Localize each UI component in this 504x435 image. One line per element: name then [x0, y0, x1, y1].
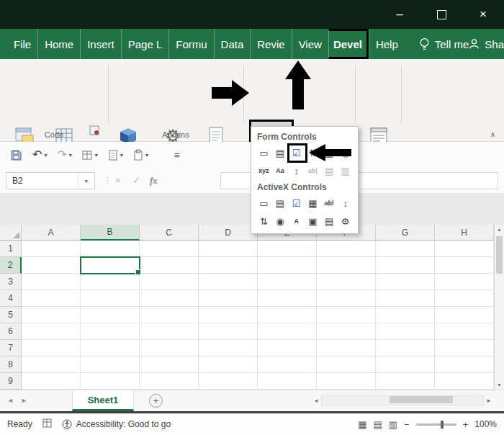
record-macro-status-icon[interactable] — [42, 418, 52, 430]
cell-B4[interactable] — [81, 290, 140, 307]
tab-data[interactable]: Data — [214, 29, 251, 59]
cell-A4[interactable] — [22, 290, 81, 307]
cell-H8[interactable] — [435, 356, 494, 373]
sheet-tab-sheet1[interactable]: Sheet1 — [72, 390, 134, 411]
cell-B9[interactable] — [81, 373, 140, 390]
tab-page-layout[interactable]: Page L — [121, 29, 169, 59]
share-button[interactable]: Share — [469, 38, 504, 50]
insert-function-button[interactable]: fx — [150, 175, 158, 187]
redo-button[interactable]: ↷▾ — [54, 149, 74, 161]
cell-G5[interactable] — [376, 307, 435, 323]
zoom-level[interactable]: 100% — [474, 419, 497, 429]
list-box-activex-icon[interactable]: ▦ — [305, 195, 321, 212]
col-header-H[interactable]: H — [435, 225, 494, 241]
col-header-D[interactable]: D — [199, 225, 258, 241]
command-button-activex-icon[interactable]: ▭ — [256, 195, 272, 212]
toggle-button-activex-icon[interactable]: ▤ — [321, 213, 338, 230]
cell-E8[interactable] — [258, 356, 317, 373]
list-box-form-control-icon[interactable]: ▦ — [321, 145, 338, 161]
spin-button-form-control-icon[interactable]: ⇅ — [305, 145, 321, 161]
scroll-up-icon[interactable]: ▲ — [495, 227, 504, 232]
table-tool-button[interactable]: ▾ — [79, 150, 101, 161]
cell-E4[interactable] — [258, 290, 317, 307]
cell-C2[interactable] — [140, 257, 199, 274]
cell-A2[interactable] — [22, 257, 81, 274]
cell-D8[interactable] — [199, 356, 258, 373]
row-header-5[interactable]: 5 — [0, 307, 22, 323]
cell-C5[interactable] — [140, 307, 199, 323]
cell-G3[interactable] — [376, 274, 435, 290]
previous-sheet-icon[interactable]: ◄ — [7, 397, 14, 404]
text-box-activex-icon[interactable]: abl — [321, 195, 338, 212]
row-header-1[interactable]: 1 — [0, 241, 22, 257]
chevron-down-icon[interactable]: ▾ — [78, 173, 94, 189]
maximize-button[interactable] — [420, 0, 462, 29]
cell-F8[interactable] — [317, 356, 376, 373]
cell-H7[interactable] — [435, 340, 494, 356]
cell-C8[interactable] — [140, 356, 199, 373]
row-header-3[interactable]: 3 — [0, 274, 22, 290]
customize-quick-access-icon[interactable]: ≡ — [174, 150, 180, 161]
vertical-scrollbar[interactable]: ▲ ▼ — [494, 225, 504, 390]
zoom-slider[interactable] — [416, 423, 456, 426]
combo-drop-down-edit-form-control-icon[interactable]: ▥ — [337, 163, 354, 179]
cell-H2[interactable] — [435, 257, 494, 274]
tab-developer[interactable]: Devel — [328, 29, 369, 59]
cell-A1[interactable] — [22, 241, 81, 257]
image-activex-icon[interactable]: ▣ — [305, 213, 321, 230]
horizontal-scroll-thumb[interactable] — [390, 396, 453, 403]
combo-box-activex-icon[interactable]: ▤ — [272, 195, 289, 212]
cell-E5[interactable] — [258, 307, 317, 323]
cell-B3[interactable] — [81, 274, 140, 290]
undo-button[interactable]: ↶▾ — [30, 149, 50, 161]
row-header-2[interactable]: 2 — [0, 257, 22, 274]
cell-G7[interactable] — [376, 340, 435, 356]
cell-E7[interactable] — [258, 340, 317, 356]
page-break-view-icon[interactable]: ▥ — [389, 419, 397, 430]
cell-G2[interactable] — [376, 257, 435, 274]
cell-C4[interactable] — [140, 290, 199, 307]
row-header-4[interactable]: 4 — [0, 290, 22, 307]
name-box[interactable]: B2 ▾ — [6, 172, 95, 189]
cell-G8[interactable] — [376, 356, 435, 373]
cell-A3[interactable] — [22, 274, 81, 290]
combo-box-form-control-icon[interactable]: ▤ — [272, 145, 289, 161]
cell-F3[interactable] — [317, 274, 376, 290]
group-box-form-control-icon[interactable]: xyz — [256, 163, 272, 179]
cell-F5[interactable] — [317, 307, 376, 323]
tab-home[interactable]: Home — [37, 29, 80, 59]
scroll-bar-form-control-icon[interactable]: ↕ — [288, 163, 305, 179]
tab-view[interactable]: View — [292, 29, 328, 59]
new-sheet-button[interactable]: + — [149, 394, 163, 408]
cell-D6[interactable] — [199, 323, 258, 340]
button-form-control-icon[interactable]: ▭ — [256, 145, 272, 161]
cell-H3[interactable] — [435, 274, 494, 290]
cell-F1[interactable] — [317, 241, 376, 257]
col-header-B[interactable]: B — [81, 225, 140, 241]
cell-G9[interactable] — [376, 373, 435, 390]
close-button[interactable]: × — [462, 0, 504, 29]
tab-insert[interactable]: Insert — [80, 29, 121, 59]
tab-review[interactable]: Revie — [250, 29, 291, 59]
more-controls-activex-icon[interactable]: ⚙ — [337, 213, 354, 230]
accessibility-status[interactable]: Accessibility: Good to go — [62, 419, 171, 429]
scroll-left-icon[interactable]: ◄ — [311, 398, 321, 404]
zoom-slider-thumb[interactable] — [441, 421, 444, 429]
cell-D2[interactable] — [199, 257, 258, 274]
cell-D3[interactable] — [199, 274, 258, 290]
cell-G4[interactable] — [376, 290, 435, 307]
cell-F6[interactable] — [317, 323, 376, 340]
page-layout-view-icon[interactable]: ▤ — [374, 419, 382, 430]
cell-F4[interactable] — [317, 290, 376, 307]
cell-B1[interactable] — [81, 241, 140, 257]
cell-F2[interactable] — [317, 257, 376, 274]
cell-A6[interactable] — [22, 323, 81, 340]
cell-D4[interactable] — [199, 290, 258, 307]
cell-E9[interactable] — [258, 373, 317, 390]
minimize-button[interactable]: – — [379, 0, 420, 29]
col-header-A[interactable]: A — [22, 225, 81, 241]
cell-B8[interactable] — [81, 356, 140, 373]
col-header-G[interactable]: G — [376, 225, 435, 241]
cell-A9[interactable] — [22, 373, 81, 390]
select-all-corner[interactable] — [0, 225, 22, 241]
